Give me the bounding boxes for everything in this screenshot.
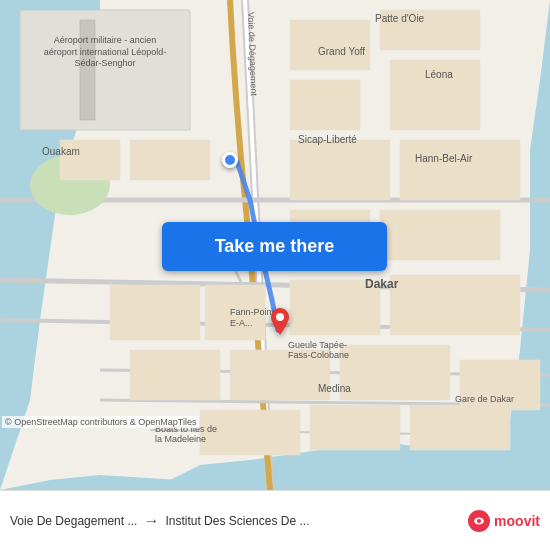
svg-text:Ouakam: Ouakam bbox=[42, 146, 80, 157]
svg-rect-25 bbox=[400, 140, 520, 200]
osm-attribution: © OpenStreetMap contributors & OpenMapTi… bbox=[2, 416, 199, 428]
svg-text:Léona: Léona bbox=[425, 69, 453, 80]
to-location: Institut Des Sciences De ... bbox=[165, 514, 309, 528]
svg-rect-32 bbox=[130, 350, 220, 400]
svg-text:Gare de Dakar: Gare de Dakar bbox=[455, 394, 514, 404]
svg-rect-34 bbox=[340, 345, 450, 400]
svg-rect-24 bbox=[290, 140, 390, 200]
svg-text:Sicap-Liberté: Sicap-Liberté bbox=[298, 134, 357, 145]
svg-rect-20 bbox=[290, 80, 360, 130]
moovit-logo-icon bbox=[468, 510, 490, 532]
svg-text:Grand Yoff: Grand Yoff bbox=[318, 46, 365, 57]
origin-marker bbox=[222, 152, 238, 168]
svg-point-57 bbox=[276, 313, 284, 321]
svg-rect-27 bbox=[380, 210, 500, 260]
svg-text:Medina: Medina bbox=[318, 383, 351, 394]
moovit-logo-text: moovit bbox=[494, 513, 540, 529]
svg-rect-28 bbox=[110, 285, 200, 340]
svg-rect-37 bbox=[310, 405, 400, 450]
map-container: Aéroport militaire - ancien aéroport int… bbox=[0, 0, 550, 490]
svg-text:Fass-Colobane: Fass-Colobane bbox=[288, 350, 349, 360]
svg-text:Hann-Bel-Air: Hann-Bel-Air bbox=[415, 153, 473, 164]
svg-text:Dakar: Dakar bbox=[365, 277, 399, 291]
svg-text:E-A...: E-A... bbox=[230, 318, 253, 328]
moovit-logo: moovit bbox=[468, 510, 540, 532]
svg-rect-31 bbox=[390, 275, 520, 335]
svg-rect-38 bbox=[410, 405, 510, 450]
svg-text:Patte d'Oie: Patte d'Oie bbox=[375, 13, 425, 24]
svg-point-59 bbox=[477, 518, 481, 522]
from-location: Voie De Degagement ... bbox=[10, 514, 137, 528]
take-me-there-button[interactable]: Take me there bbox=[162, 222, 387, 271]
footer-route-info: Voie De Degagement ... → Institut Des Sc… bbox=[10, 512, 468, 530]
svg-text:Gueule Tapée-: Gueule Tapée- bbox=[288, 340, 347, 350]
destination-marker bbox=[266, 308, 294, 348]
svg-rect-18 bbox=[290, 20, 370, 70]
svg-rect-22 bbox=[130, 140, 210, 180]
svg-text:la Madeleine: la Madeleine bbox=[155, 434, 206, 444]
route-arrow-icon: → bbox=[143, 512, 159, 530]
footer-bar: Voie De Degagement ... → Institut Des Sc… bbox=[0, 490, 550, 550]
